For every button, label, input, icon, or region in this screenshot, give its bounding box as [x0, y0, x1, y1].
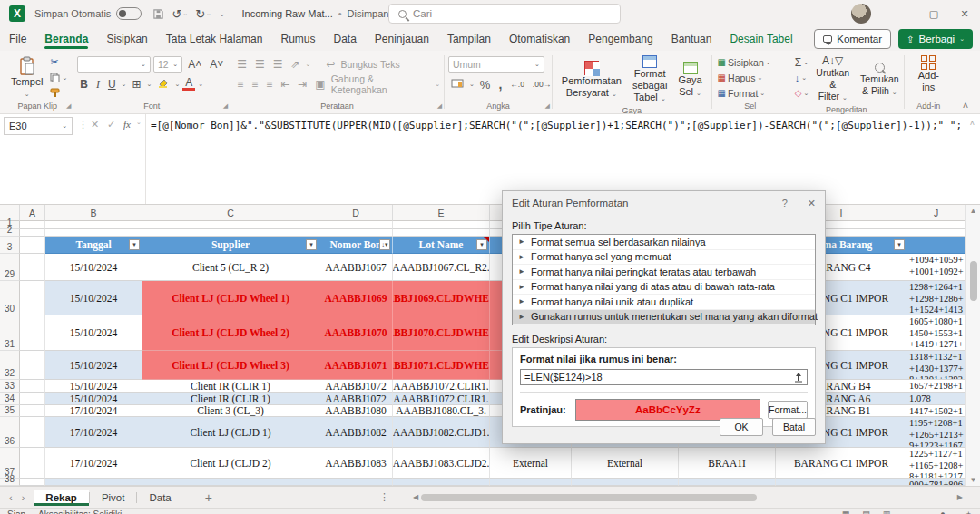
cell[interactable] — [20, 380, 45, 393]
normal-view-icon[interactable]: ▦ — [842, 509, 850, 514]
cell[interactable]: Client 3 (CL_3) — [142, 405, 319, 417]
sheet-tab-rekap[interactable]: Rekap — [34, 490, 89, 506]
insert-function-icon[interactable]: fx — [123, 119, 131, 130]
zoom-out-icon[interactable]: — — [903, 509, 911, 514]
cell[interactable] — [393, 479, 490, 486]
tab-overflow-icon[interactable]: ⋮ — [370, 491, 398, 503]
cell[interactable]: 1318+1132+1+1430+1377+8+1301+1292 — [907, 351, 965, 380]
cell[interactable]: Client LJ (CLJD Wheel 2) — [142, 315, 319, 351]
cell[interactable] — [20, 229, 45, 237]
scroll-up-icon[interactable]: ▲ — [966, 207, 980, 215]
row-header-31[interactable]: 31 — [0, 315, 20, 351]
menu-tab-sisipkan[interactable]: Sisipkan — [98, 29, 155, 49]
cell[interactable]: 1605+1080+11450+1553+1+1419+1271+ — [907, 315, 965, 351]
decrease-indent-icon[interactable]: ⇤ — [278, 78, 292, 91]
cell[interactable] — [907, 221, 965, 229]
page-layout-view-icon[interactable]: ▤ — [862, 509, 870, 514]
formula-text[interactable]: =[@[Nomor Bon]]&"."&SUBSTITUTE(UPPER(MID… — [151, 120, 960, 131]
file-name[interactable]: Incoming Raw Mat... — [241, 8, 332, 19]
cell[interactable]: AAABBJ1082 — [319, 417, 393, 448]
cell[interactable]: Client LJ (CLJD Wheel 3) — [142, 351, 319, 380]
rule-formula-field[interactable] — [520, 369, 808, 385]
cancel-entry-icon[interactable]: ✕ — [91, 119, 99, 131]
zoom-in-icon[interactable]: + — [966, 509, 971, 514]
accessibility-status[interactable]: Aksesibilitas: Selidiki — [38, 509, 122, 514]
comments-button[interactable]: Komentar — [814, 29, 891, 49]
cell[interactable]: Client 5 (CL_R 2) — [142, 254, 319, 281]
align-center-icon[interactable]: ≡ — [249, 78, 260, 91]
cell[interactable]: 1657+2198+1 — [907, 380, 965, 393]
menu-tab-file[interactable]: File — [1, 29, 34, 49]
insert-cells-button[interactable]: ▦Sisipkan⌄ — [716, 54, 785, 70]
cell[interactable] — [393, 221, 490, 229]
cell[interactable]: BARANG C1 IMPOR — [776, 448, 907, 479]
column-header-j[interactable]: J — [907, 205, 965, 221]
row-header-36[interactable]: 36 — [0, 417, 20, 448]
cell[interactable] — [142, 479, 319, 486]
cell[interactable] — [319, 229, 393, 237]
cell[interactable]: 15/10/2024 — [45, 281, 142, 315]
cell[interactable]: AAABBJ1083.CLJD2. — [393, 448, 490, 479]
scroll-right-icon[interactable]: ▶ — [957, 493, 963, 501]
conditional-formatting-button[interactable]: Pemformatan Bersyarat ⌄ — [556, 54, 627, 105]
menu-tab-rumus[interactable]: Rumus — [272, 29, 323, 49]
cell[interactable]: AAABBJ1069.CLJDWHEEL1. — [393, 281, 490, 315]
format-cells-button[interactable]: ▦Format⌄ — [716, 85, 785, 101]
cell[interactable]: 1298+1264+1+1298+1286+1+1524+1413 — [907, 281, 965, 315]
cell[interactable] — [45, 479, 142, 486]
column-header-e[interactable]: E — [393, 205, 490, 221]
row-header-2[interactable]: 2 — [0, 229, 20, 237]
cell[interactable] — [20, 254, 45, 281]
cell[interactable] — [20, 417, 45, 448]
borders-button[interactable]: ⊞ — [129, 78, 143, 91]
cell[interactable]: +1094+1059++1001+1092+ — [907, 254, 965, 281]
cell[interactable]: AAABBJ1072.CLIR1. — [393, 380, 490, 393]
rule-type-list[interactable]: ►Format semua sel berdasarkan nilainya►F… — [512, 234, 816, 325]
filter-button[interactable]: ↓▾ — [379, 239, 390, 250]
cell[interactable] — [319, 221, 393, 229]
row-header-29[interactable]: 29 — [0, 254, 20, 281]
merge-center-label[interactable]: Gabung & Ketengahkan — [331, 73, 432, 95]
close-button[interactable]: ✕ — [949, 0, 980, 27]
maximize-button[interactable]: ▢ — [918, 0, 949, 27]
cell[interactable]: AAABBJ1071 — [319, 351, 393, 380]
merge-caret-icon[interactable]: ⌄ — [435, 81, 440, 88]
format-painter-button[interactable] — [48, 85, 69, 101]
filter-button[interactable]: ▾ — [129, 239, 140, 250]
cell[interactable]: AAABBJ1072.CLIR1. — [393, 393, 490, 405]
find-select-button[interactable]: Temukan & Pilih ⌄ — [855, 54, 905, 104]
menu-tab-data[interactable]: Data — [325, 29, 364, 49]
menu-tab-pengembang[interactable]: Pengembang — [580, 29, 661, 49]
cell[interactable] — [20, 405, 45, 417]
column-header-a[interactable]: A — [20, 205, 45, 221]
scroll-down-icon[interactable]: ▼ — [966, 476, 980, 484]
menu-tab-peninjauan[interactable]: Peninjauan — [367, 29, 437, 49]
number-dialog-launcher[interactable]: ◢ — [545, 102, 550, 110]
menu-tab-desain-tabel[interactable]: Desain Tabel — [721, 29, 800, 49]
zoom-slider[interactable]: ▬▬●▬ — [924, 509, 953, 514]
cell[interactable] — [20, 393, 45, 405]
format-button[interactable]: Format... — [768, 401, 808, 419]
range-picker-button[interactable] — [789, 370, 807, 384]
page-break-view-icon[interactable]: ▥ — [883, 509, 891, 514]
cut-button[interactable]: ✂ — [48, 54, 69, 70]
cell[interactable]: 1195+1208+1+1265+1213+9+1223+1167 — [907, 417, 965, 448]
cell[interactable]: 1225+1127+1+1165+1208+8+1181+1217 — [907, 448, 965, 479]
cell[interactable]: AAABBJ1080.CL_3. — [393, 405, 490, 417]
menu-tab-beranda[interactable]: Beranda — [36, 29, 96, 49]
name-box-splitter-icon[interactable]: ⋮ — [78, 119, 88, 131]
collapse-ribbon-icon[interactable]: ˄ — [956, 99, 975, 113]
font-color-button[interactable]: A — [182, 78, 195, 91]
fill-button[interactable]: ↓⌄ — [793, 70, 811, 85]
cell[interactable]: Client IR (CLIR 1) — [142, 380, 319, 393]
italic-button[interactable]: I — [93, 78, 103, 92]
cell[interactable]: 17/10/2024 — [45, 417, 142, 448]
cell[interactable] — [319, 479, 393, 486]
quick-access-overflow-icon[interactable]: ⌄ — [219, 9, 226, 18]
cell[interactable]: AAABBJ1083 — [319, 448, 393, 479]
formula-bar-collapse-icon[interactable]: ˄ — [970, 119, 975, 128]
save-icon[interactable] — [152, 8, 164, 20]
menu-tab-otomatiskan[interactable]: Otomatiskan — [501, 29, 578, 49]
rule-type-item[interactable]: ►Format hanya nilai unik atau duplikat — [513, 295, 815, 310]
wrap-text-icon[interactable]: ↩ — [323, 58, 338, 71]
